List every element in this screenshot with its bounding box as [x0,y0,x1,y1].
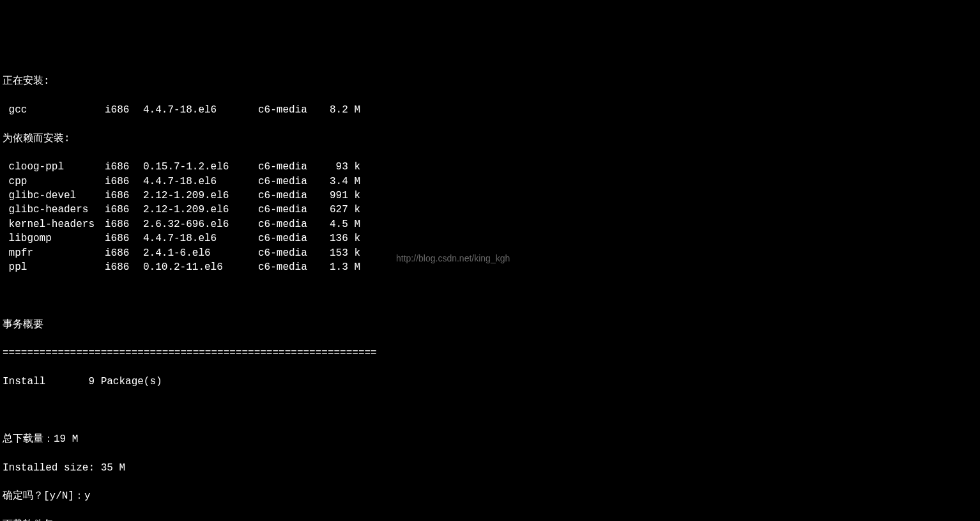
section-deps: 为依赖而安装: [3,132,977,146]
package-row: gcci6864.4.7-18.el6c6-media8.2 M [3,103,977,117]
install-count: Install 9 Package(s) [3,375,977,389]
package-row: glibc-headersi6862.12-1.209.el6c6-media6… [3,203,977,217]
package-row: glibc-develi6862.12-1.209.el6c6-media991… [3,189,977,203]
installed-size: Installed size: 35 M [3,461,977,475]
package-row: libgompi6864.4.7-18.el6c6-media136 k [3,231,977,245]
download-size: 总下载量：19 M [3,432,977,446]
package-row: kernel-headersi6862.6.32-696.el6c6-media… [3,217,977,231]
section-summary: 事务概要 [3,318,977,332]
terminal-output: 正在安装: gcci6864.4.7-18.el6c6-media8.2 M 为… [3,60,977,521]
package-row: mpfri6862.4.1-6.el6c6-media153 k [3,246,977,260]
package-row: cloog-ppli6860.15.7-1.2.el6c6-media 93 k [3,160,977,174]
package-row: cppi6864.4.7-18.el6c6-media3.4 M [3,175,977,189]
confirm-prompt[interactable]: 确定吗？[y/N]：y [3,489,977,503]
divider-eq: ========================================… [3,346,977,360]
downloading-label: 下载软件包： [3,518,977,521]
section-installing: 正在安装: [3,74,977,88]
package-row: ppli6860.10.2-11.el6c6-media1.3 M [3,260,977,274]
